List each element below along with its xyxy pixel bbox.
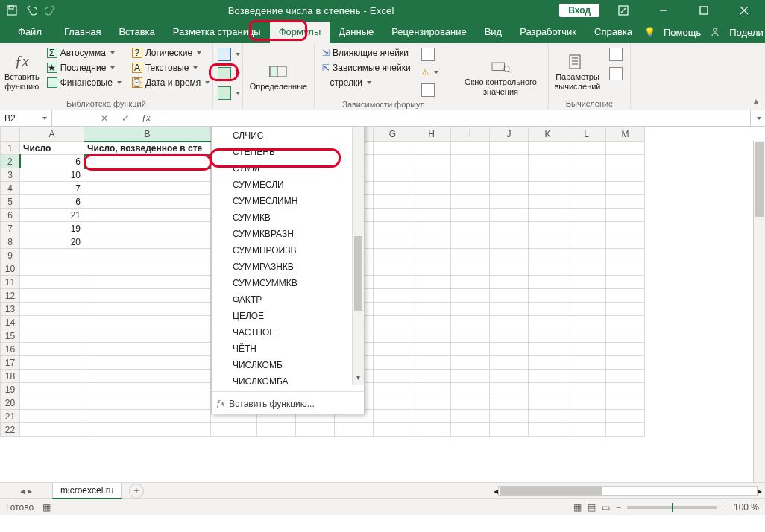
dd-item-сумм[interactable]: СУММ <box>212 160 364 177</box>
cell-K2[interactable] <box>529 155 567 168</box>
dd-item-слчис[interactable]: СЛЧИС <box>212 127 364 144</box>
view-page-break-icon[interactable]: ▭ <box>602 502 610 513</box>
cell-K7[interactable] <box>529 222 567 235</box>
cell-K1[interactable] <box>529 142 567 155</box>
row-header-6[interactable]: 6 <box>1 209 20 222</box>
cell-B18[interactable] <box>84 370 211 383</box>
cell-M3[interactable] <box>606 168 645 182</box>
cell-K15[interactable] <box>529 329 567 343</box>
cell-G8[interactable] <box>374 235 412 249</box>
tab-7[interactable]: Разработчик <box>511 22 585 43</box>
insert-function-button[interactable]: ƒx Вставитьфункцию <box>4 46 40 98</box>
row-header-19[interactable]: 19 <box>1 383 20 396</box>
cell-L14[interactable] <box>567 316 606 329</box>
cell-H4[interactable] <box>412 182 451 195</box>
zoom-level[interactable]: 100 % <box>734 502 759 513</box>
cell-G12[interactable] <box>374 289 412 303</box>
cell-A1[interactable]: Число <box>20 142 84 155</box>
cell-I8[interactable] <box>451 235 490 249</box>
cell-B19[interactable] <box>84 383 211 396</box>
cell-H17[interactable] <box>412 356 451 370</box>
cell-I19[interactable] <box>451 383 490 396</box>
cell-G11[interactable] <box>374 276 412 289</box>
text-button[interactable]: AТекстовые <box>129 61 212 75</box>
cell-I22[interactable] <box>451 423 490 437</box>
row-header-21[interactable]: 21 <box>1 410 20 423</box>
row-header-17[interactable]: 17 <box>1 356 20 370</box>
cell-K5[interactable] <box>529 195 567 209</box>
cell-M17[interactable] <box>606 356 645 370</box>
cell-K21[interactable] <box>529 410 567 423</box>
autosum-button[interactable]: ΣАвтосумма <box>44 46 125 60</box>
cell-I11[interactable] <box>451 276 490 289</box>
dd-item-числкомб[interactable]: ЧИСЛКОМБ <box>212 357 364 373</box>
cell-J2[interactable] <box>490 155 529 168</box>
cell-M7[interactable] <box>606 222 645 235</box>
cell-I16[interactable] <box>451 343 490 356</box>
cell-G21[interactable] <box>374 410 412 423</box>
col-header-H[interactable]: H <box>412 127 451 142</box>
tab-file[interactable]: Файл <box>4 22 55 43</box>
cell-K8[interactable] <box>529 235 567 249</box>
cell-B2[interactable] <box>84 155 211 168</box>
calc-options-button[interactable]: Параметрывычислений <box>553 46 602 98</box>
lookup-ref-button[interactable] <box>215 46 243 63</box>
cell-H10[interactable] <box>412 262 451 276</box>
cell-J15[interactable] <box>490 329 529 343</box>
cell-H12[interactable] <box>412 289 451 303</box>
dropdown-scrollbar[interactable]: ▴▾ <box>352 127 364 385</box>
cell-K3[interactable] <box>529 168 567 182</box>
zoom-in-button[interactable]: + <box>722 502 728 513</box>
enter-icon[interactable]: ✓ <box>115 113 136 124</box>
cell-I6[interactable] <box>451 209 490 222</box>
cell-L7[interactable] <box>567 222 606 235</box>
row-header-7[interactable]: 7 <box>1 222 20 235</box>
cell-I10[interactable] <box>451 262 490 276</box>
expand-formula-bar-icon[interactable] <box>750 110 765 126</box>
cell-G18[interactable] <box>374 370 412 383</box>
cell-B6[interactable] <box>84 209 211 222</box>
row-header-5[interactable]: 5 <box>1 195 20 209</box>
cell-M20[interactable] <box>606 396 645 410</box>
horizontal-scrollbar[interactable]: ◂▸ <box>494 486 762 496</box>
row-header-14[interactable]: 14 <box>1 316 20 329</box>
macro-record-icon[interactable]: ▦ <box>42 502 51 513</box>
dd-item-суммпроизв[interactable]: СУММПРОИЗВ <box>212 242 364 259</box>
cell-F22[interactable] <box>335 423 374 437</box>
view-normal-icon[interactable]: ▦ <box>573 502 582 513</box>
cell-G7[interactable] <box>374 222 412 235</box>
spreadsheet[interactable]: ABCDEFGHIJKLM1ЧислоЧисло, возведенное в … <box>0 127 765 482</box>
cell-K18[interactable] <box>529 370 567 383</box>
cell-L17[interactable] <box>567 356 606 370</box>
math-trig-button[interactable] <box>216 66 242 82</box>
cell-J3[interactable] <box>490 168 529 182</box>
cell-J6[interactable] <box>490 209 529 222</box>
dd-item-целое[interactable]: ЦЕЛОЕ <box>212 308 364 324</box>
cell-I21[interactable] <box>451 410 490 423</box>
tab-4[interactable]: Данные <box>330 22 382 43</box>
defined-names-button[interactable]: Определенные <box>248 46 309 108</box>
cell-M5[interactable] <box>606 195 645 209</box>
row-header-3[interactable]: 3 <box>1 168 20 182</box>
vertical-scrollbar[interactable] <box>753 141 765 482</box>
cell-K14[interactable] <box>529 316 567 329</box>
cell-A18[interactable] <box>20 370 84 383</box>
cell-J21[interactable] <box>490 410 529 423</box>
fx-icon[interactable]: ƒx <box>136 113 157 124</box>
cell-H18[interactable] <box>412 370 451 383</box>
cell-M21[interactable] <box>606 410 645 423</box>
cell-M19[interactable] <box>606 383 645 396</box>
cancel-icon[interactable]: ✕ <box>94 113 115 124</box>
cell-B9[interactable] <box>84 249 211 262</box>
cell-G10[interactable] <box>374 262 412 276</box>
cell-K13[interactable] <box>529 303 567 316</box>
undo-icon[interactable] <box>25 4 37 16</box>
row-header-1[interactable]: 1 <box>1 142 20 155</box>
cell-L12[interactable] <box>567 289 606 303</box>
calc-now-button[interactable] <box>606 46 626 63</box>
trace-dependents-button[interactable]: ⇱Зависимые ячейки <box>319 61 414 75</box>
cell-B8[interactable] <box>84 235 211 249</box>
ribbon-options-icon[interactable] <box>607 0 640 21</box>
sheet-tab[interactable]: microexcel.ru <box>52 483 122 499</box>
cell-B15[interactable] <box>84 329 211 343</box>
